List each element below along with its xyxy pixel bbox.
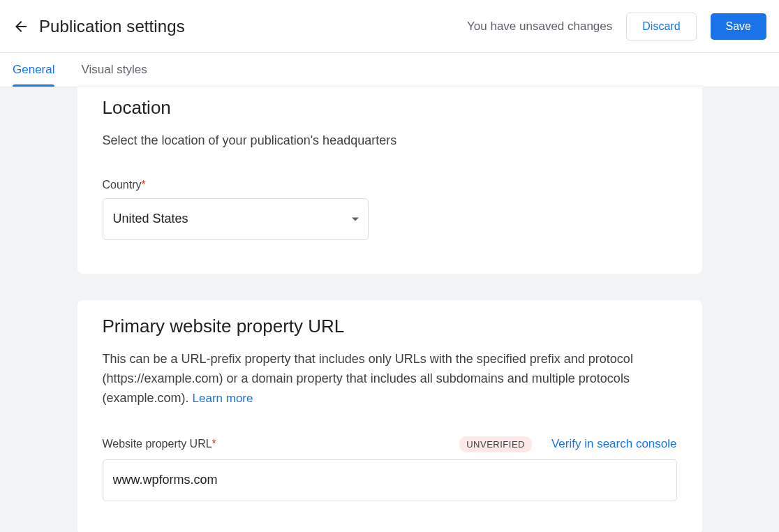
- back-arrow-icon[interactable]: [13, 18, 29, 35]
- country-label-text: Country: [103, 179, 142, 191]
- content-area: Location Select the location of your pub…: [0, 87, 779, 532]
- discard-button[interactable]: Discard: [626, 13, 696, 40]
- verify-search-console-link[interactable]: Verify in search console: [551, 437, 677, 451]
- header-right: You have unsaved changes Discard Save: [467, 13, 766, 40]
- url-label-row: Website property URL* UNVERIFIED Verify …: [103, 436, 677, 452]
- learn-more-link[interactable]: Learn more: [193, 392, 253, 405]
- url-row-right: UNVERIFIED Verify in search console: [459, 436, 676, 452]
- tab-general[interactable]: General: [13, 54, 54, 86]
- tabs: General Visual styles: [0, 53, 779, 87]
- save-button[interactable]: Save: [711, 13, 766, 40]
- website-card: Primary website property URL This can be…: [77, 300, 702, 532]
- unverified-badge: UNVERIFIED: [459, 436, 532, 452]
- location-title: Location: [103, 97, 677, 119]
- required-asterisk: *: [142, 179, 146, 191]
- unsaved-changes-message: You have unsaved changes: [467, 20, 612, 34]
- location-description: Select the location of your publication'…: [103, 131, 677, 151]
- location-card: Location Select the location of your pub…: [77, 87, 702, 274]
- required-asterisk: *: [212, 438, 216, 450]
- country-label: Country*: [103, 179, 677, 191]
- website-title: Primary website property URL: [103, 316, 677, 337]
- country-select-value: United States: [113, 212, 188, 226]
- tab-visual-styles[interactable]: Visual styles: [81, 54, 147, 86]
- country-select-wrapper: United States: [103, 198, 369, 240]
- website-url-label: Website property URL*: [103, 438, 216, 450]
- website-description: This can be a URL-prefix property that i…: [103, 350, 677, 408]
- country-select[interactable]: United States: [103, 198, 369, 240]
- header-left: Publication settings: [13, 17, 185, 36]
- website-url-label-text: Website property URL: [103, 438, 212, 450]
- website-url-input[interactable]: [103, 459, 677, 501]
- page-title: Publication settings: [39, 17, 185, 36]
- website-description-text: This can be a URL-prefix property that i…: [103, 352, 633, 405]
- header: Publication settings You have unsaved ch…: [0, 0, 779, 53]
